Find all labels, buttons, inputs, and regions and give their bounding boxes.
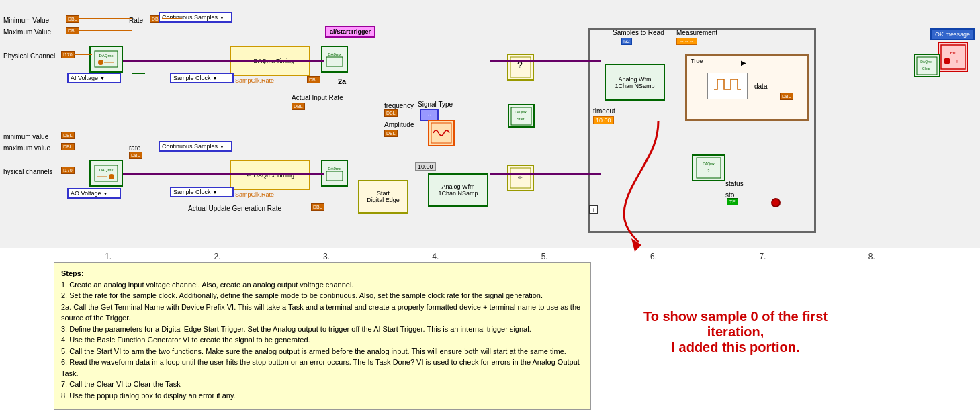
timeout-label: timeout [593,107,615,115]
wire-rate [162,18,182,19]
max-value-dbl: DBL [66,27,79,34]
wire-green-1 [132,73,145,74]
samples-to-read-label: Samples to Read [613,29,664,36]
loop-indicator: i [589,205,598,214]
wire-long-bottom [490,173,601,175]
sampcik-rate-2: SampClk.Rate [235,191,274,198]
analog-wfm-block-2: Analog Wfm 1Chan NSamp [428,173,488,207]
wire-max-val [78,30,132,31]
physical-channel-label: Physical Channel [3,52,55,60]
step-num-1: 1. [105,252,112,261]
annotation-line1: To show sample 0 of the first iteration, [643,309,828,339]
amplitude-dbl: DBL [384,130,398,137]
svg-text:DAQmx: DAQmx [99,168,114,172]
continuous-samples-2-dropdown[interactable]: Continuous Samples [159,141,232,152]
physical-channels-i170: I170 [61,167,75,174]
daqmx-ai-icon: DAQmx [89,46,123,73]
small-vi-1: ? [507,54,534,81]
min-value2-dbl: DBL [61,132,75,139]
actual-input-rate-label: Actual Input Rate [292,94,343,101]
amplitude-label: Amplitude [384,121,414,128]
svg-rect-12 [326,171,343,181]
sample-clock-1-label: Sample Clock [173,75,211,81]
daqmx-timing-2-label: ← DAQmx Timing [246,172,294,179]
max-value2-dbl: DBL [61,143,75,150]
svg-text:✏: ✏ [518,175,523,181]
rate2-dbl: DBL [129,152,142,159]
max-value-label: Maximum Value [3,28,51,36]
start-digital-edge-block: Start Digital Edge [358,180,408,214]
sampcik-rate-1: SampClk.Rate [235,77,274,84]
ok-message-box: OK message [930,28,975,40]
step-8-text: 8. Use the popup dialog box to display a… [61,391,236,400]
ai-voltage-label: AI Voltage [71,75,98,81]
svg-point-2 [98,60,103,65]
step-2a-text: 2a. Call the Get Terminal Name with Devi… [61,303,580,322]
daqmx-timing-2: ← DAQmx Timing [230,160,310,190]
svg-point-18 [944,58,950,64]
step-numbers-row: 1. 2. 3. 4. 5. 6. 7. 8. [0,252,980,261]
svg-rect-5 [326,57,343,66]
actual-update-dbl: DBL [311,203,324,211]
step-num-3: 3. [323,252,330,261]
data-label: data [754,83,767,90]
red-arrow [605,121,712,255]
svg-text:DA0mx: DA0mx [328,167,341,171]
diagram-area: Minimum Value DBL Maximum Value DBL Phys… [0,0,980,248]
actual-update-rate-label: Actual Update Generation Rate [188,205,281,212]
svg-rect-6 [431,123,451,143]
max-value2-label: maximum value [3,144,50,152]
wire-purple-ai [123,60,324,62]
min-value-dbl: DBL [66,15,79,23]
physical-channel-i170: I170 [61,51,75,58]
ao-voltage-label: AO Voltage [71,190,101,197]
sample-clock-1-dropdown[interactable]: Sample Clock [170,73,234,83]
steps-title: Steps: [61,269,84,277]
step-5-text: 5. Call the Start VI to arm the two func… [61,347,566,355]
ao-voltage-dropdown[interactable]: AO Voltage [67,188,121,199]
step-2a-label: 2a [338,77,346,85]
step-num-6: 6. [650,252,657,261]
daqmx-connector-1: DA0mx [321,46,348,73]
svg-text:DAQmx: DAQmx [515,110,527,114]
daqmx-connector-2: DA0mx [321,160,348,187]
analog-wfm-block-1: Analog Wfm 1Chan NSamp [605,64,665,101]
stop-button[interactable] [771,198,781,207]
wire-phys-ch [73,54,92,55]
frequency-label: frequency [384,102,414,109]
svg-text:DA0mx: DA0mx [328,52,341,56]
signal-type-label: Signal Type [418,101,453,108]
samples-to-read-i32: I32 [621,38,632,45]
sample-clock-2-dropdown[interactable]: Sample Clock [170,187,234,197]
svg-text:Clear: Clear [922,66,930,71]
sample-clock-2-label: Sample Clock [173,189,211,195]
min-value2-label: minimum value [3,133,48,140]
step-7-text: 7. Call the Clear VI to Clear the Task [61,380,181,388]
svg-text:DAQmx: DAQmx [99,54,114,58]
continuous-samples-1-dropdown[interactable]: Continuous Samples [159,12,232,23]
daqmx-start-vi: DAQmxStart [508,104,535,128]
step-num-7: 7. [759,252,766,261]
status-label: status [725,180,744,187]
svg-text:Start: Start [517,117,525,121]
measurement-terminal: ↔↔↔ [676,38,697,45]
data-dbl: DBL [780,93,793,100]
step-2-text: 2. Set the rate for the sample clock. Ad… [61,291,543,299]
wire-long-top [490,60,601,62]
error-cluster: err ! [938,42,968,72]
step-num-5: 5. [541,252,548,261]
frequency-dbl: DBL [384,109,398,117]
measurement-label: Measurement [676,29,717,36]
step-6-text: 6. Read the waveform data in a loop unti… [61,358,580,377]
steps-box: Steps: 1. Create an analog input voltage… [54,262,591,410]
annotation-line2: I added this portion. [671,340,799,355]
actual-input-rate-dbl: DBL [292,103,305,110]
physical-channels-label: hysical channels [3,168,52,175]
annotation-block: To show sample 0 of the first iteration,… [618,309,853,355]
analog-wfm-1-label: Analog Wfm 1Chan NSamp [615,76,654,89]
ai-voltage-dropdown[interactable]: AI Voltage [67,73,121,83]
svg-text:DAQmx: DAQmx [920,60,932,64]
value-10-const: 10.00 [415,162,436,171]
svg-text:err: err [950,50,956,55]
step-3-text: 3. Define the parameters for a Digital E… [61,325,531,333]
